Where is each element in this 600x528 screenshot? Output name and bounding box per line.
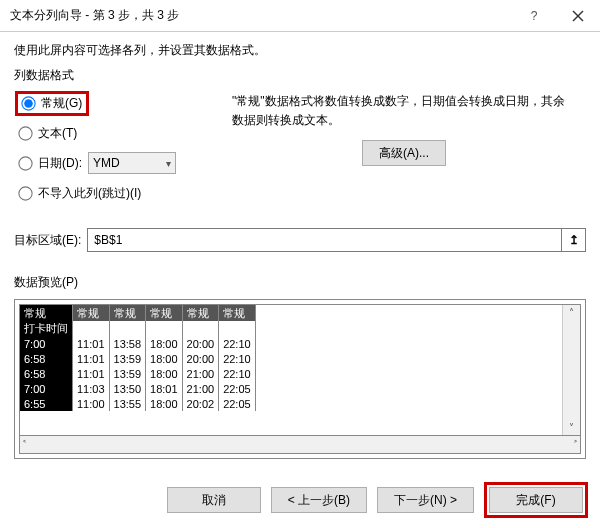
cell: 6:55	[20, 396, 73, 411]
range-picker-button[interactable]: ↥	[561, 229, 585, 251]
cell	[146, 321, 183, 336]
cell: 打卡时间	[20, 321, 73, 336]
cell: 11:03	[73, 381, 110, 396]
instruction-text: 使用此屏内容可选择各列，并设置其数据格式。	[14, 42, 586, 59]
finish-highlight: 完成(F)	[484, 482, 588, 518]
cell: 22:05	[219, 381, 256, 396]
cell: 7:00	[20, 336, 73, 351]
column-header[interactable]: 常规	[219, 305, 256, 321]
cell: 22:10	[219, 351, 256, 366]
column-header[interactable]: 常规	[182, 305, 219, 321]
dialog-footer: 取消 < 上一步(B) 下一步(N) > 完成(F)	[167, 482, 588, 518]
cell: 22:05	[219, 396, 256, 411]
vertical-scrollbar[interactable]: ˄ ˅	[562, 305, 580, 435]
help-button[interactable]: ?	[512, 0, 556, 32]
cell	[182, 321, 219, 336]
radio-general[interactable]	[21, 96, 35, 110]
date-format-value: YMD	[93, 156, 120, 170]
cell: 11:00	[73, 396, 110, 411]
cell: 6:58	[20, 351, 73, 366]
cell: 18:00	[146, 366, 183, 381]
cell: 11:01	[73, 336, 110, 351]
scroll-left-icon: ˂	[22, 437, 27, 452]
scroll-down-icon: ˅	[569, 420, 574, 435]
cell: 13:50	[109, 381, 146, 396]
cell: 7:00	[20, 381, 73, 396]
radio-date-label: 日期(D):	[38, 155, 82, 172]
cell	[73, 321, 110, 336]
title-bar: 文本分列向导 - 第 3 步，共 3 步 ?	[0, 0, 600, 32]
date-format-select[interactable]: YMD ▾	[88, 152, 176, 174]
horizontal-scrollbar[interactable]: ˂ ˃	[19, 436, 581, 454]
column-format-label: 列数据格式	[14, 67, 586, 84]
cell: 20:02	[182, 396, 219, 411]
finish-button[interactable]: 完成(F)	[489, 487, 583, 513]
preview-grid[interactable]: 常规常规常规常规常规常规打卡时间7:0011:0113:5818:0020:00…	[20, 305, 562, 435]
cell: 13:58	[109, 336, 146, 351]
radio-general-label: 常规(G)	[41, 95, 82, 112]
cell: 18:01	[146, 381, 183, 396]
cell: 13:59	[109, 366, 146, 381]
scroll-up-icon: ˄	[569, 305, 574, 320]
cell: 18:00	[146, 351, 183, 366]
radio-text[interactable]	[18, 126, 32, 140]
format-radio-group: 常规(G) 文本(T) 日期(D): YMD ▾ 不	[14, 88, 214, 210]
dialog-title: 文本分列向导 - 第 3 步，共 3 步	[10, 7, 512, 24]
column-header[interactable]: 常规	[73, 305, 110, 321]
range-picker-icon: ↥	[569, 233, 579, 247]
next-button: 下一步(N) >	[377, 487, 474, 513]
cell	[219, 321, 256, 336]
cell: 21:00	[182, 366, 219, 381]
radio-text-label: 文本(T)	[38, 125, 77, 142]
cell: 13:55	[109, 396, 146, 411]
column-header[interactable]: 常规	[20, 305, 73, 321]
preview-box: 常规常规常规常规常规常规打卡时间7:0011:0113:5818:0020:00…	[14, 299, 586, 459]
close-button[interactable]	[556, 0, 600, 32]
cell: 18:00	[146, 396, 183, 411]
cell: 13:59	[109, 351, 146, 366]
general-highlight: 常规(G)	[15, 91, 89, 116]
scroll-right-icon: ˃	[573, 437, 578, 452]
column-header[interactable]: 常规	[146, 305, 183, 321]
radio-skip-label: 不导入此列(跳过)(I)	[38, 185, 141, 202]
cell: 11:01	[73, 366, 110, 381]
destination-label: 目标区域(E):	[14, 232, 81, 249]
cell: 22:10	[219, 366, 256, 381]
cell: 21:00	[182, 381, 219, 396]
close-icon	[572, 10, 584, 22]
destination-input-wrap: ↥	[87, 228, 586, 252]
chevron-down-icon: ▾	[166, 158, 171, 169]
cell: 20:00	[182, 336, 219, 351]
format-description: "常规"数据格式将数值转换成数字，日期值会转换成日期，其余数据则转换成文本。	[232, 92, 576, 130]
cell: 11:01	[73, 351, 110, 366]
preview-label: 数据预览(P)	[14, 274, 586, 291]
dialog-text-to-columns: 文本分列向导 - 第 3 步，共 3 步 ? 使用此屏内容可选择各列，并设置其数…	[0, 0, 600, 528]
back-button[interactable]: < 上一步(B)	[271, 487, 367, 513]
cell: 22:10	[219, 336, 256, 351]
cell: 6:58	[20, 366, 73, 381]
cell: 20:00	[182, 351, 219, 366]
destination-input[interactable]	[88, 229, 561, 251]
cell	[109, 321, 146, 336]
cell: 18:00	[146, 336, 183, 351]
advanced-button[interactable]: 高级(A)...	[362, 140, 446, 166]
column-header[interactable]: 常规	[109, 305, 146, 321]
radio-skip[interactable]	[18, 186, 32, 200]
radio-date[interactable]	[18, 156, 32, 170]
cancel-button[interactable]: 取消	[167, 487, 261, 513]
